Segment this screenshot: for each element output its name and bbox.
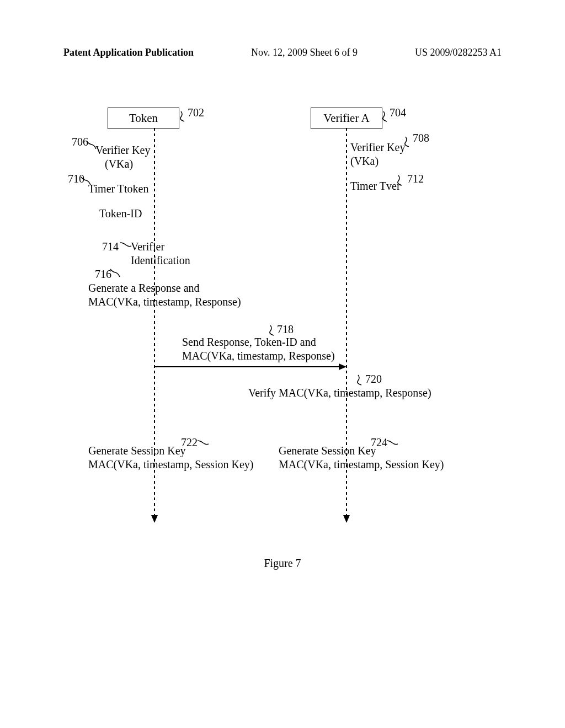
ref-706: 706: [72, 135, 88, 149]
verifier-verifier-key-sub: (VKa): [350, 154, 379, 168]
sequence-diagram: Token Verifier A: [0, 105, 565, 546]
ref-716: 716: [95, 267, 111, 281]
ref-720: 720: [365, 372, 382, 386]
svg-marker-2: [151, 515, 158, 523]
svg-marker-3: [343, 515, 350, 523]
token-gen-session: Generate Session Key MAC(VKa, timestamp,…: [88, 444, 253, 472]
token-verifier-key-sub: (VKa): [105, 157, 133, 171]
ref-702: 702: [188, 106, 204, 120]
verify-mac: Verify MAC(VKa, timestamp, Response): [248, 386, 431, 400]
ref-712: 712: [407, 172, 424, 186]
ref-714: 714: [102, 240, 119, 254]
send-message: Send Response, Token-ID and MAC(VKa, tim…: [182, 335, 335, 363]
verifier-timer: Timer Tver: [350, 179, 401, 193]
token-box-label: Token: [129, 111, 158, 125]
header-center: Nov. 12, 2009 Sheet 6 of 9: [251, 47, 358, 58]
token-verifier-key: Verifier Key: [95, 143, 150, 157]
page-header: Patent Application Publication Nov. 12, …: [0, 47, 565, 58]
header-left: Patent Application Publication: [63, 47, 194, 58]
verifier-box-label: Verifier A: [323, 111, 369, 125]
token-timer: Timer Ttoken: [88, 182, 148, 196]
ref-708: 708: [413, 131, 429, 145]
header-right: US 2009/0282253 A1: [415, 47, 502, 58]
verifier-box: Verifier A: [311, 108, 382, 129]
figure-caption: Figure 7: [0, 557, 565, 570]
ref-718: 718: [277, 323, 294, 336]
token-box: Token: [108, 108, 179, 129]
ref-704: 704: [390, 106, 406, 120]
token-id: Token-ID: [99, 207, 142, 221]
gen-response: Generate a Response and MAC(VKa, timesta…: [88, 281, 241, 309]
verifier-identification: Verifier Identification: [131, 240, 190, 267]
svg-marker-5: [339, 363, 347, 370]
verifier-gen-session: Generate Session Key MAC(VKa, timestamp,…: [279, 444, 444, 472]
ref-710: 710: [68, 172, 84, 186]
verifier-verifier-key: Verifier Key: [350, 141, 405, 154]
